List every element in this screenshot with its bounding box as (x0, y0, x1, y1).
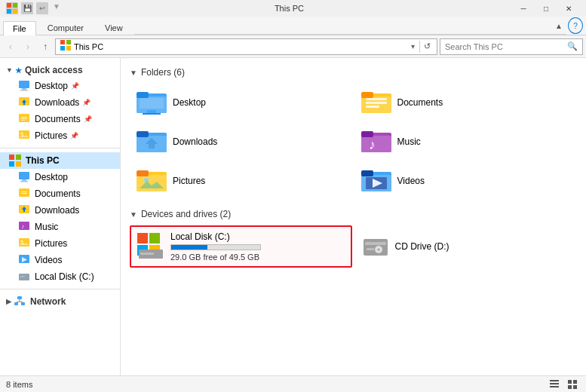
quick-access-arrow: ▼ (6, 66, 13, 74)
forward-button[interactable]: › (20, 38, 35, 55)
ribbon-collapse-btn[interactable]: ▲ (551, 18, 566, 35)
svg-rect-51 (140, 98, 164, 109)
tab-view[interactable]: View (95, 20, 133, 35)
this-pc-icon (9, 155, 21, 167)
network-section: ▶ Network (0, 292, 120, 311)
address-separator (419, 41, 420, 53)
sidebar-pictures-qa-label: Pictures (35, 130, 67, 141)
address-bar[interactable]: This PC ▾ ↺ (55, 38, 437, 55)
maximize-button[interactable]: □ (535, 0, 557, 17)
sidebar-item-downloads-pc[interactable]: Downloads (0, 202, 120, 219)
folder-item-downloads[interactable]: Downloads (130, 123, 353, 161)
help-button[interactable]: ? (568, 17, 583, 34)
svg-rect-41 (20, 276, 25, 277)
details-view-button[interactable] (547, 378, 562, 390)
sidebar-item-desktop-pc[interactable]: Desktop (0, 169, 120, 185)
videos-pc-icon (18, 254, 30, 266)
network-label: Network (30, 296, 66, 307)
search-icon[interactable]: 🔍 (567, 41, 578, 51)
folder-item-documents[interactable]: Documents (354, 84, 578, 121)
svg-rect-57 (366, 98, 387, 100)
drives-grid: Local Disk (C:) 29.0 GB free of 49.5 GB (130, 225, 577, 268)
search-input[interactable] (445, 42, 567, 51)
network-header[interactable]: ▶ Network (0, 293, 120, 310)
address-dropdown-arrow[interactable]: ▾ (411, 42, 415, 51)
quick-access-section: ▼ ★ Quick access Desktop 📌 Downloads (0, 61, 120, 145)
svg-rect-91 (550, 380, 559, 381)
drive-c-bar (171, 245, 207, 250)
sidebar-item-pictures-qa[interactable]: Pictures 📌 (0, 127, 120, 144)
svg-rect-1 (13, 3, 17, 8)
documents-icon (18, 113, 30, 125)
sidebar-downloads-pc-label: Downloads (35, 205, 79, 216)
pictures-pc-icon (18, 237, 30, 250)
sidebar-item-downloads-qa[interactable]: Downloads 📌 (0, 94, 120, 111)
svg-text:♪: ♪ (21, 223, 24, 230)
search-bar[interactable]: 🔍 (440, 38, 583, 55)
tab-computer[interactable]: Computer (38, 20, 94, 35)
quick-access-star-icon: ★ (15, 66, 22, 75)
large-icons-view-button[interactable] (565, 378, 580, 390)
folder-item-music[interactable]: ♪ Music (354, 123, 578, 161)
svg-rect-15 (21, 118, 27, 119)
svg-rect-22 (9, 161, 14, 167)
svg-rect-2 (7, 9, 11, 14)
sidebar-item-pictures-pc[interactable]: Pictures (0, 235, 120, 252)
svg-rect-0 (7, 3, 11, 8)
svg-rect-93 (550, 386, 559, 387)
svg-rect-7 (66, 46, 71, 51)
pin-icon-3: 📌 (84, 115, 92, 123)
folder-music-name: Music (397, 136, 421, 147)
svg-point-35 (21, 240, 23, 243)
svg-rect-96 (568, 385, 572, 389)
drive-item-d[interactable]: CD Drive (D:) (355, 225, 578, 268)
devices-section-label: Devices and drives (2) (141, 209, 231, 219)
sidebar-item-videos-pc[interactable]: Videos (0, 252, 120, 268)
pin-icon-2: 📌 (82, 99, 91, 106)
svg-rect-9 (22, 88, 26, 90)
folder-item-videos[interactable]: Videos (354, 162, 578, 200)
sidebar-item-desktop[interactable]: Desktop 📌 (0, 78, 120, 94)
sidebar-item-documents-qa[interactable]: Documents 📌 (0, 111, 120, 127)
this-pc-label: This PC (26, 155, 60, 166)
sidebar-separator-2 (0, 289, 120, 289)
quick-access-header[interactable]: ▼ ★ Quick access (0, 63, 120, 78)
downloads-icon (18, 96, 30, 109)
main-area: ▼ ★ Quick access Desktop 📌 Downloads (0, 58, 586, 375)
save-icon[interactable]: 💾 (21, 2, 33, 14)
svg-rect-8 (19, 81, 29, 88)
close-button[interactable]: ✕ (557, 0, 580, 17)
devices-section-header[interactable]: ▼ Devices and drives (2) (130, 209, 577, 219)
minimize-button[interactable]: ─ (512, 0, 535, 17)
drive-c-name: Local Disk (C:) (170, 231, 261, 242)
up-button[interactable]: ↑ (38, 38, 53, 55)
back-button[interactable]: ‹ (3, 38, 18, 55)
svg-rect-3 (13, 9, 17, 14)
svg-rect-16 (21, 120, 25, 121)
svg-rect-87 (365, 242, 386, 245)
refresh-button[interactable]: ↺ (422, 41, 432, 51)
drive-c-free-space: 29.0 GB free of 49.5 GB (170, 253, 261, 262)
sidebar-item-this-pc[interactable]: This PC (0, 152, 120, 169)
svg-rect-59 (366, 106, 379, 108)
svg-line-47 (20, 302, 23, 302)
tab-file[interactable]: File (3, 21, 36, 35)
svg-rect-13 (19, 114, 29, 122)
svg-rect-5 (66, 40, 71, 44)
folder-item-desktop[interactable]: Desktop (130, 84, 353, 121)
folders-section-header[interactable]: ▼ Folders (6) (130, 67, 577, 78)
undo-icon[interactable]: ↩ (36, 2, 48, 14)
sidebar-item-local-disk[interactable]: Local Disk (C:) (0, 268, 120, 285)
this-pc-section: This PC Desktop Documents (0, 151, 120, 286)
drive-item-c[interactable]: Local Disk (C:) 29.0 GB free of 49.5 GB (130, 225, 352, 268)
desktop-pc-icon (18, 171, 30, 183)
folder-documents-name: Documents (397, 97, 443, 108)
sidebar-downloads-qa-label: Downloads (35, 97, 79, 108)
toolbar: ‹ › ↑ This PC ▾ ↺ 🔍 (0, 35, 586, 58)
folder-item-pictures[interactable]: Pictures (130, 162, 353, 200)
svg-rect-43 (14, 302, 18, 305)
svg-rect-71 (137, 170, 149, 176)
desktop-icon (18, 80, 30, 92)
sidebar-item-music-pc[interactable]: ♪ Music (0, 219, 120, 235)
sidebar-item-documents-pc[interactable]: Documents (0, 185, 120, 202)
